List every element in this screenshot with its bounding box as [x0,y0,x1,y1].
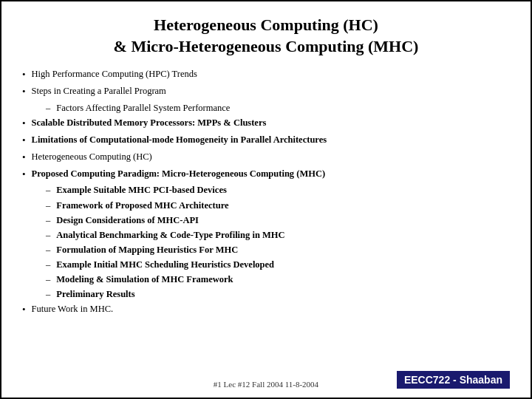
bullet-dot: • [22,68,26,82]
bullet-text: Future Work in MHC. [32,302,114,316]
bullet-dot: • [22,168,26,182]
bullet-level2-item: –Modeling & Simulation of MHC Framework [46,273,510,286]
bullet-text: Factors Affecting Parallel System Perfor… [56,101,230,115]
bullet-text: Analytical Benchmarking & Code-Type Prof… [56,228,284,242]
slide: Heterogeneous Computing (HC) & Micro-Het… [0,0,532,399]
bullet-dash: – [46,228,50,242]
bullet-level2-item: –Example Initial MHC Scheduling Heuristi… [46,258,510,271]
bullet-level2-item: –Design Considerations of MHC-API [46,214,510,227]
bullet-text: Preliminary Results [56,287,134,301]
bullet-level1-item: •Heterogeneous Computing (HC) [22,150,510,165]
bullet-dash: – [46,287,50,301]
bullet-level1-item: •Future Work in MHC. [22,302,510,317]
bullet-text: Framework of Proposed MHC Architecture [56,199,228,212]
bullet-dash: – [46,214,50,227]
bullet-level2-item: –Example Suitable MHC PCI-based Devices [46,183,510,197]
bullet-dot: • [22,134,26,148]
bullet-text: Example Suitable MHC PCI-based Devices [56,183,227,197]
bullet-level1-item: •Steps in Creating a Parallel Program [22,84,510,99]
bullet-dot: • [22,303,26,317]
bullet-text: High Performance Computing (HPC) Trends [32,67,197,81]
bullet-text: Limitations of Computational-mode Homoge… [32,133,327,146]
bullet-level1-item: •Proposed Computing Paradigm: Micro-Hete… [22,167,510,182]
title-line2: & Micro-Heterogeneous Computing (MHC) [114,37,419,55]
bullet-level1-item: •Limitations of Computational-mode Homog… [22,133,510,148]
bullet-dot: • [22,117,26,131]
slide-footer: #1 Lec #12 Fall 2004 11-8-2004 EECC722 -… [22,380,510,389]
bullet-dot: • [22,85,26,99]
bullet-dash: – [46,258,50,271]
bullet-level2-item: –Framework of Proposed MHC Architecture [46,199,510,212]
bullet-text: Example Initial MHC Scheduling Heuristic… [56,258,274,271]
bullet-level2-item: –Formulation of Mapping Heuristics For M… [46,243,510,256]
bullet-text: Modeling & Simulation of MHC Framework [56,273,233,286]
slide-title: Heterogeneous Computing (HC) & Micro-Het… [22,15,510,57]
bullet-dot: • [22,151,26,165]
bullet-dash: – [46,273,50,286]
bullet-dash: – [46,101,50,115]
bullet-text: Steps in Creating a Parallel Program [32,84,166,98]
bullet-text: Design Considerations of MHC-API [56,214,199,227]
title-line1: Heterogeneous Computing (HC) [154,16,378,34]
bullet-text: Proposed Computing Paradigm: Micro-Heter… [32,167,326,180]
bullet-level1-item: •Scalable Distributed Memory Processors:… [22,116,510,131]
bullet-dash: – [46,243,50,256]
bullet-level2-item: –Analytical Benchmarking & Code-Type Pro… [46,228,510,242]
bullet-level2-item: –Factors Affecting Parallel System Perfo… [46,101,510,115]
bullet-level2-item: –Preliminary Results [46,287,510,301]
bullet-dash: – [46,199,50,212]
bullet-dash: – [46,183,50,197]
slide-content: •High Performance Computing (HPC) Trends… [22,67,510,375]
bullet-text: Heterogeneous Computing (HC) [32,150,152,163]
footer-badge: EECC722 - Shaaban [397,371,510,389]
footer-text: #1 Lec #12 Fall 2004 11-8-2004 [214,380,318,389]
bullet-text: Scalable Distributed Memory Processors: … [32,116,267,129]
bullet-text: Formulation of Mapping Heuristics For MH… [56,243,238,256]
bullet-level1-item: •High Performance Computing (HPC) Trends [22,67,510,82]
